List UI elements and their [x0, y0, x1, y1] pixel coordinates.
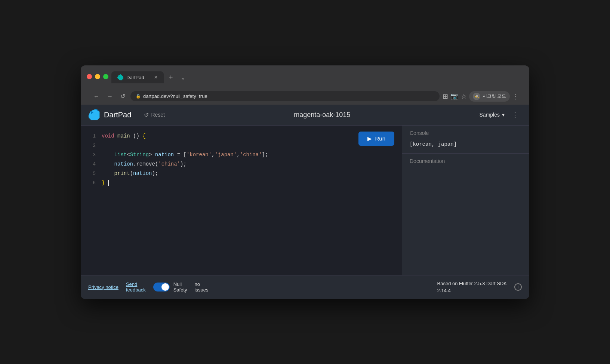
- reset-btn[interactable]: ↺ Reset: [140, 109, 169, 121]
- send-feedback-link[interactable]: Send feedback: [126, 281, 146, 293]
- samples-label: Samples: [480, 112, 500, 118]
- browser-titlebar: DartPad ✕ + ⌄ ← → ↺ 🔒 dartpad.dev/?null_…: [81, 65, 529, 105]
- code-content-6: }: [102, 178, 109, 188]
- pad-title: magenta-oak-1015: [169, 111, 476, 119]
- null-safety-toggle-group: NullSafety: [153, 281, 187, 293]
- profile-name: 시크릿 모드: [483, 93, 506, 99]
- code-content-1: void main () {: [102, 132, 146, 141]
- profile-btn[interactable]: 🕵 시크릿 모드: [469, 91, 510, 102]
- send-label: Send: [126, 281, 137, 287]
- line-num-2: 2: [87, 141, 96, 150]
- issues-line1: no: [195, 281, 200, 287]
- back-btn[interactable]: ←: [91, 92, 102, 101]
- browser-toolbar: ← → ↺ 🔒 dartpad.dev/?null_safety=true ⊞ …: [87, 88, 523, 105]
- code-lines: 1 void main () { 2: [81, 132, 402, 188]
- bookmark-icon[interactable]: ☆: [461, 92, 467, 101]
- code-line-6: 6 }: [81, 178, 402, 188]
- code-editor[interactable]: ▶ Run 1 void main () {: [81, 126, 402, 275]
- code-line-5: 5 print(nation);: [81, 169, 402, 178]
- code-line-4: 4 nation.remove('china');: [81, 160, 402, 169]
- issues-indicator: no issues: [195, 281, 209, 293]
- traffic-light-red[interactable]: [87, 74, 92, 79]
- code-content-5: print(nation);: [102, 169, 158, 178]
- code-content-3: List<String> nation = ['korean','japan',…: [102, 150, 268, 160]
- tab-title: DartPad: [126, 75, 144, 80]
- line-num-4: 4: [87, 160, 96, 169]
- dartpad-main: ▶ Run 1 void main () {: [81, 126, 529, 275]
- traffic-lights: [87, 74, 108, 79]
- new-tab-btn[interactable]: +: [165, 71, 177, 84]
- run-button[interactable]: ▶ Run: [358, 132, 394, 146]
- dartpad-app: DartPad ↺ Reset magenta-oak-1015 Samples…: [81, 105, 529, 299]
- refresh-btn[interactable]: ↺: [118, 91, 127, 101]
- code-content-4: nation.remove('china');: [102, 160, 187, 169]
- console-title: Console: [410, 130, 522, 136]
- reset-label: Reset: [151, 112, 165, 118]
- code-line-1: 1 void main () {: [81, 132, 402, 141]
- samples-btn[interactable]: Samples ▾: [476, 109, 508, 120]
- run-play-icon: ▶: [367, 135, 372, 142]
- tab-bar: DartPad ✕ + ⌄: [111, 71, 188, 84]
- code-line-3: 3 List<String> nation = ['korean','japan…: [81, 150, 402, 160]
- lock-icon: 🔒: [136, 94, 141, 99]
- samples-chevron-icon: ▾: [502, 112, 505, 118]
- tab-menu-btn[interactable]: ⌄: [178, 72, 188, 83]
- dartpad-logo-text: DartPad: [104, 111, 131, 119]
- feedback-label: feedback: [126, 287, 146, 293]
- line-num-6: 6: [87, 179, 96, 187]
- code-line-2: 2: [81, 141, 402, 150]
- active-tab[interactable]: DartPad ✕: [111, 71, 164, 83]
- line-num-5: 5: [87, 169, 96, 178]
- doc-title: Documentation: [410, 158, 522, 164]
- translate-icon[interactable]: ⊞: [443, 92, 448, 101]
- null-safety-toggle[interactable]: [153, 283, 170, 291]
- address-text: dartpad.dev/?null_safety=true: [143, 93, 207, 99]
- line-num-1: 1: [87, 132, 96, 141]
- privacy-notice-link[interactable]: Privacy notice: [88, 284, 118, 290]
- line-num-3: 3: [87, 151, 96, 159]
- tab-close-btn[interactable]: ✕: [154, 75, 158, 80]
- dartpad-header: DartPad ↺ Reset magenta-oak-1015 Samples…: [81, 105, 529, 126]
- issues-line2: issues: [195, 287, 209, 293]
- console-section: Console [korean, japan]: [402, 126, 529, 154]
- camera-icon[interactable]: 📷: [450, 92, 459, 101]
- browser-window: DartPad ✕ + ⌄ ← → ↺ 🔒 dartpad.dev/?null_…: [81, 65, 529, 299]
- run-label: Run: [375, 135, 385, 142]
- toolbar-actions: ⊞ 📷 ☆ 🕵 시크릿 모드 ⋮: [443, 91, 519, 102]
- address-bar[interactable]: 🔒 dartpad.dev/?null_safety=true: [130, 91, 440, 101]
- dartpad-footer: Privacy notice Send feedback NullSafety …: [81, 275, 529, 299]
- dartpad-logo: DartPad: [88, 109, 131, 121]
- null-safety-label: NullSafety: [173, 281, 187, 293]
- toggle-knob: [161, 283, 169, 291]
- forward-btn[interactable]: →: [105, 92, 115, 101]
- dartpad-more-btn[interactable]: ⋮: [508, 109, 522, 121]
- traffic-light-green[interactable]: [103, 74, 108, 79]
- right-panel: Console [korean, japan] Documentation: [402, 126, 529, 275]
- doc-section: Documentation: [402, 154, 529, 275]
- reset-icon: ↺: [144, 111, 149, 118]
- traffic-light-yellow[interactable]: [95, 74, 100, 79]
- info-icon-btn[interactable]: i: [514, 283, 522, 291]
- console-output: [korean, japan]: [410, 140, 522, 149]
- tab-favicon-dart: [117, 74, 123, 80]
- sdk-info: Based on Flutter 2.5.3 Dart SDK2.14.4: [437, 280, 507, 294]
- browser-menu-btn[interactable]: ⋮: [512, 92, 519, 101]
- profile-avatar: 🕵: [473, 93, 480, 100]
- dartpad-logo-icon: [88, 109, 100, 121]
- code-content-2: [102, 141, 105, 150]
